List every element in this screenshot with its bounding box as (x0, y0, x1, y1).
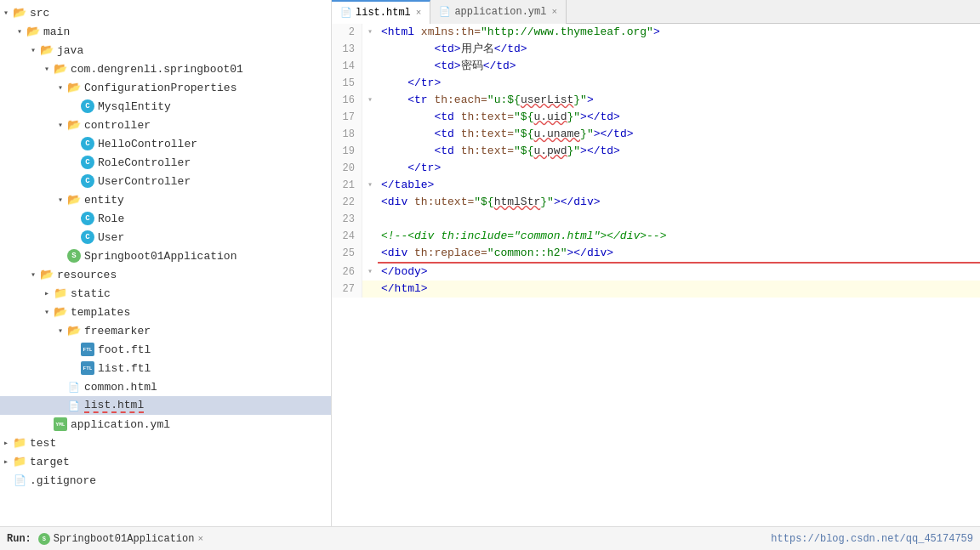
line-number: 27 (332, 281, 362, 298)
code-content: <div th:replace="common::h2"></div> (378, 245, 980, 264)
tree-item-label: .gitignore (30, 474, 96, 487)
tree-item-templates[interactable]: 📂templates (0, 303, 331, 321)
tree-item-common.html[interactable]: 📄common.html (0, 377, 331, 396)
tree-item-list.ftl[interactable]: FTLlist.ftl (0, 359, 331, 377)
tree-arrow[interactable] (54, 326, 66, 336)
tree-item-application.yml[interactable]: YMLapplication.yml (0, 415, 331, 434)
tree-arrow[interactable] (54, 120, 66, 130)
fold-gutter (362, 228, 378, 245)
file-icon-folder: 📂 (66, 81, 82, 94)
tree-arrow[interactable] (27, 45, 39, 55)
file-icon-folder: 📂 (66, 118, 82, 132)
tree-item-foot.ftl[interactable]: FTLfoot.ftl (0, 340, 331, 359)
tree-item-freemarker[interactable]: 📂freemarker (0, 321, 331, 340)
tree-item-label: list.html (84, 399, 144, 413)
fold-gutter[interactable]: ▾ (362, 264, 378, 281)
tree-item-label: controller (84, 119, 151, 132)
code-line-25: 25<div th:replace="common::h2"></div> (332, 245, 980, 264)
tree-item-controller[interactable]: 📂controller (0, 116, 331, 134)
line-number: 22 (332, 194, 362, 211)
tree-item-resources[interactable]: 📂resources (0, 265, 331, 284)
file-icon-class: C (80, 156, 95, 169)
tree-item-ConfigurationProperties[interactable]: 📂ConfigurationProperties (0, 78, 331, 97)
file-icon-folder: 📂 (39, 268, 54, 281)
fold-gutter (362, 194, 378, 211)
tree-arrow[interactable] (14, 26, 26, 37)
tree-item-HelloController[interactable]: CHelloController (0, 134, 331, 153)
code-content: <!--<div th:include="common.html"></div>… (378, 228, 980, 245)
line-number: 15 (332, 75, 362, 92)
tree-item-label: freemarker (84, 325, 151, 337)
tree-item-label: com.dengrenli.springboot01 (71, 63, 243, 76)
code-area: 2▾<html xmlns:th="http://www.thymeleaf.o… (332, 24, 980, 526)
fold-gutter[interactable]: ▾ (362, 24, 378, 41)
tree-arrow[interactable] (0, 456, 12, 467)
code-line-18: 18 <td th:text="${u.uname}"></td> (332, 126, 980, 143)
tree-item-User[interactable]: CUser (0, 228, 331, 247)
tree-arrow[interactable] (27, 269, 39, 280)
code-content: <td>密码</td> (378, 58, 980, 75)
tree-arrow[interactable] (54, 195, 66, 205)
line-number: 26 (332, 264, 362, 281)
tree-item-.gitignore[interactable]: 📄.gitignore (0, 471, 331, 490)
tree-item-entity[interactable]: 📂entity (0, 190, 331, 209)
tree-item-label: UserController (98, 175, 191, 188)
code-content: </tr> (378, 75, 980, 92)
file-icon-folder: 📂 (66, 324, 82, 337)
line-number: 13 (332, 41, 362, 58)
file-icon-class: C (80, 230, 95, 244)
code-content: <html xmlns:th="http://www.thymeleaf.org… (378, 24, 980, 41)
code-content: <td th:text="${u.uname}"></td> (378, 126, 980, 143)
tree-arrow[interactable] (54, 82, 66, 93)
tab-list.html[interactable]: 📄list.html× (332, 0, 430, 24)
tab-close-button[interactable]: × (551, 7, 557, 17)
code-line-20: 20 </tr> (332, 160, 980, 177)
file-icon-folder: 📁 (12, 436, 27, 450)
code-content: <tr th:each="u:${userList}"> (378, 92, 980, 109)
line-number: 2 (332, 24, 362, 41)
tree-item-java[interactable]: 📂java (0, 41, 331, 60)
tree-item-label: application.yml (71, 418, 170, 431)
code-line-26: 26▾</body> (332, 264, 980, 281)
code-content: <div th:utext="${htmlStr}"></div> (378, 194, 980, 211)
spring-icon: S (38, 533, 50, 545)
tab-application.yml[interactable]: 📄application.yml× (430, 0, 567, 24)
tree-item-com[interactable]: 📂com.dengrenli.springboot01 (0, 60, 331, 78)
file-icon-html: 📄 (66, 399, 82, 412)
fold-gutter (362, 58, 378, 75)
tree-arrow[interactable] (0, 8, 12, 18)
code-line-17: 17 <td th:text="${u.uid}"></td> (332, 109, 980, 126)
code-line-15: 15 </tr> (332, 75, 980, 92)
run-close-button[interactable]: × (197, 534, 203, 544)
code-line-2: 2▾<html xmlns:th="http://www.thymeleaf.o… (332, 24, 980, 41)
tree-item-label: main (43, 26, 70, 38)
tree-item-UserController[interactable]: CUserController (0, 172, 331, 190)
tree-item-label: resources (57, 269, 117, 281)
tree-arrow[interactable] (41, 288, 53, 298)
tree-item-RoleController[interactable]: CRoleController (0, 153, 331, 172)
tree-item-src[interactable]: 📂src (0, 3, 331, 22)
tree-item-Springboot01Application[interactable]: SSpringboot01Application (0, 247, 331, 265)
fold-gutter[interactable]: ▾ (362, 92, 378, 109)
fold-gutter[interactable]: ▾ (362, 177, 378, 194)
tree-item-main[interactable]: 📂main (0, 22, 331, 41)
tree-item-label: common.html (84, 381, 157, 394)
file-icon-folder: 📂 (39, 43, 54, 57)
code-content: <td th:text="${u.uid}"></td> (378, 109, 980, 126)
tree-item-list.html[interactable]: 📄list.html (0, 396, 331, 415)
tree-arrow[interactable] (0, 438, 12, 448)
tree-item-MysqlEntity[interactable]: CMysqlEntity (0, 97, 331, 116)
tree-item-Role[interactable]: CRole (0, 209, 331, 228)
file-icon-file: 📄 (12, 473, 27, 487)
tree-arrow[interactable] (41, 64, 53, 74)
tab-label: list.html (356, 7, 411, 19)
run-app-item[interactable]: S Springboot01Application × (38, 533, 203, 545)
tree-item-static[interactable]: 📁static (0, 284, 331, 303)
tab-close-button[interactable]: × (416, 8, 422, 18)
tree-item-target[interactable]: 📁target (0, 452, 331, 471)
line-number: 18 (332, 126, 362, 143)
tree-item-label: templates (71, 306, 130, 319)
tree-arrow[interactable] (41, 307, 53, 317)
tree-item-test[interactable]: 📁test (0, 434, 331, 452)
status-url: https://blog.csdn.net/qq_45174759 (771, 533, 973, 545)
